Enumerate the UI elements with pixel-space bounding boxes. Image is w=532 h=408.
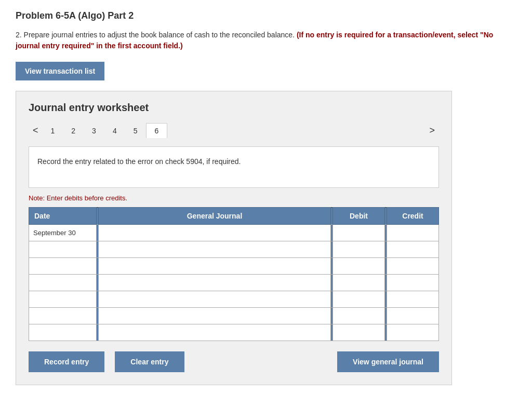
- credit-cell-5[interactable]: [387, 291, 439, 308]
- debit-input-1[interactable]: [333, 225, 384, 241]
- debit-input-2[interactable]: [333, 241, 384, 257]
- debit-cell-1[interactable]: [333, 225, 385, 241]
- tab-prev-arrow[interactable]: <: [29, 123, 43, 138]
- record-entry-button[interactable]: Record entry: [29, 351, 104, 372]
- worksheet-title: Journal entry worksheet: [29, 102, 439, 114]
- journal-input-1[interactable]: [99, 225, 330, 241]
- credit-cell-6[interactable]: [387, 308, 439, 324]
- col-header-credit: Credit: [387, 208, 439, 225]
- button-row: Record entry Clear entry View general jo…: [29, 351, 439, 372]
- debit-cell-4[interactable]: [333, 275, 385, 291]
- tab-1[interactable]: 1: [43, 124, 63, 138]
- journal-cell-2[interactable]: [99, 241, 331, 258]
- credit-input-4[interactable]: [387, 275, 438, 291]
- col-header-debit: Debit: [333, 208, 385, 225]
- table-row: [29, 308, 439, 324]
- journal-input-7[interactable]: [99, 324, 330, 341]
- journal-table: Date General Journal Debit Credit Septem…: [29, 207, 439, 341]
- col-header-date: Date: [29, 208, 97, 225]
- tab-3[interactable]: 3: [84, 124, 104, 138]
- worksheet-container: Journal entry worksheet < 1 2 3 4 5 6 > …: [16, 91, 452, 385]
- debit-input-7[interactable]: [333, 324, 384, 341]
- credit-cell-7[interactable]: [387, 324, 439, 341]
- credit-input-2[interactable]: [387, 241, 438, 257]
- date-cell-5: [29, 291, 97, 308]
- credit-input-1[interactable]: [387, 225, 438, 241]
- debit-cell-7[interactable]: [333, 324, 385, 341]
- date-cell-2: [29, 241, 97, 258]
- table-row: [29, 275, 439, 291]
- credit-cell-2[interactable]: [387, 241, 439, 258]
- date-cell-1: September 30: [29, 225, 97, 241]
- journal-input-6[interactable]: [99, 308, 330, 324]
- tab-6[interactable]: 6: [146, 123, 168, 138]
- journal-cell-5[interactable]: [99, 291, 331, 308]
- journal-cell-6[interactable]: [99, 308, 331, 324]
- journal-input-3[interactable]: [99, 258, 330, 274]
- table-row: September 30: [29, 225, 439, 241]
- instruction-box: Record the entry related to the error on…: [29, 146, 439, 188]
- journal-input-5[interactable]: [99, 291, 330, 307]
- date-cell-6: [29, 308, 97, 324]
- view-general-journal-button[interactable]: View general journal: [337, 351, 439, 372]
- table-row: [29, 291, 439, 308]
- clear-entry-button[interactable]: Clear entry: [115, 351, 184, 372]
- col-header-journal: General Journal: [99, 208, 331, 225]
- credit-input-6[interactable]: [387, 308, 438, 324]
- table-row: [29, 324, 439, 341]
- credit-cell-3[interactable]: [387, 258, 439, 275]
- instructions: 2. Prepare journal entries to adjust the…: [16, 30, 516, 51]
- debit-input-5[interactable]: [333, 291, 384, 307]
- date-cell-7: [29, 324, 97, 341]
- credit-cell-1[interactable]: [387, 225, 439, 241]
- view-transaction-button[interactable]: View transaction list: [16, 62, 104, 80]
- table-row: [29, 241, 439, 258]
- credit-input-3[interactable]: [387, 258, 438, 274]
- credit-input-5[interactable]: [387, 291, 438, 307]
- credit-cell-4[interactable]: [387, 275, 439, 291]
- debit-input-6[interactable]: [333, 308, 384, 324]
- tab-next-arrow[interactable]: >: [425, 123, 439, 138]
- journal-cell-7[interactable]: [99, 324, 331, 341]
- journal-cell-3[interactable]: [99, 258, 331, 275]
- table-row: [29, 258, 439, 275]
- debit-cell-3[interactable]: [333, 258, 385, 275]
- journal-input-4[interactable]: [99, 275, 330, 291]
- instruction-text: Record the entry related to the error on…: [37, 157, 241, 166]
- debit-cell-5[interactable]: [333, 291, 385, 308]
- date-cell-4: [29, 275, 97, 291]
- tab-navigation: < 1 2 3 4 5 6 >: [29, 123, 439, 138]
- debit-input-4[interactable]: [333, 275, 384, 291]
- debit-cell-6[interactable]: [333, 308, 385, 324]
- date-cell-3: [29, 258, 97, 275]
- journal-cell-4[interactable]: [99, 275, 331, 291]
- journal-cell-1[interactable]: [99, 225, 331, 241]
- journal-input-2[interactable]: [99, 241, 330, 257]
- tab-5[interactable]: 5: [125, 124, 146, 138]
- problem-title: Problem 6-5A (Algo) Part 2: [16, 10, 516, 21]
- credit-input-7[interactable]: [387, 324, 438, 341]
- note-text: Note: Enter debits before credits.: [29, 194, 439, 202]
- debit-cell-2[interactable]: [333, 241, 385, 258]
- tab-2[interactable]: 2: [63, 124, 84, 138]
- tab-4[interactable]: 4: [104, 124, 125, 138]
- debit-input-3[interactable]: [333, 258, 384, 274]
